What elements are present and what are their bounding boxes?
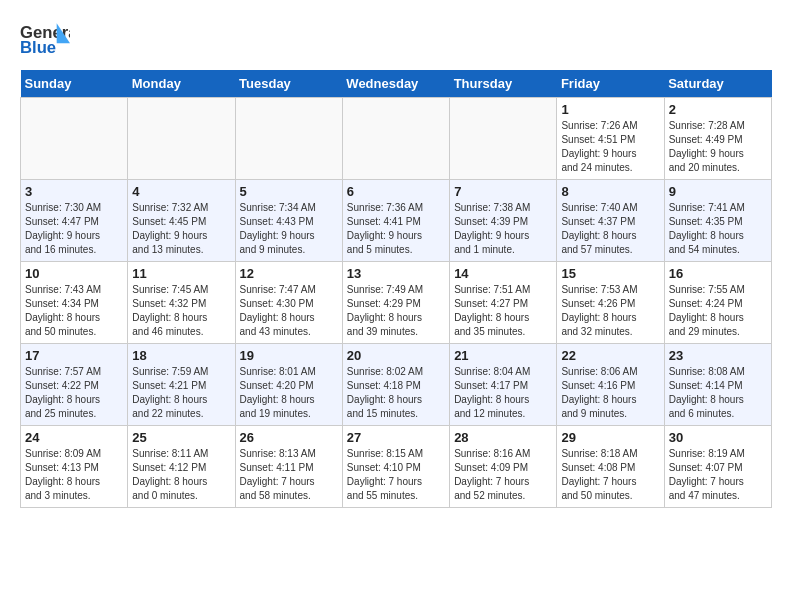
calendar-cell: 17Sunrise: 7:57 AM Sunset: 4:22 PM Dayli… <box>21 344 128 426</box>
weekday-header-wednesday: Wednesday <box>342 70 449 98</box>
day-info: Sunrise: 7:34 AM Sunset: 4:43 PM Dayligh… <box>240 201 338 257</box>
day-number: 1 <box>561 102 659 117</box>
calendar-cell <box>450 98 557 180</box>
week-row-1: 1Sunrise: 7:26 AM Sunset: 4:51 PM Daylig… <box>21 98 772 180</box>
calendar-cell: 7Sunrise: 7:38 AM Sunset: 4:39 PM Daylig… <box>450 180 557 262</box>
day-info: Sunrise: 7:53 AM Sunset: 4:26 PM Dayligh… <box>561 283 659 339</box>
calendar-cell: 6Sunrise: 7:36 AM Sunset: 4:41 PM Daylig… <box>342 180 449 262</box>
day-info: Sunrise: 8:13 AM Sunset: 4:11 PM Dayligh… <box>240 447 338 503</box>
day-info: Sunrise: 7:30 AM Sunset: 4:47 PM Dayligh… <box>25 201 123 257</box>
calendar-cell: 15Sunrise: 7:53 AM Sunset: 4:26 PM Dayli… <box>557 262 664 344</box>
day-info: Sunrise: 7:41 AM Sunset: 4:35 PM Dayligh… <box>669 201 767 257</box>
calendar-cell <box>21 98 128 180</box>
svg-text:Blue: Blue <box>20 38 56 57</box>
day-info: Sunrise: 8:11 AM Sunset: 4:12 PM Dayligh… <box>132 447 230 503</box>
week-row-5: 24Sunrise: 8:09 AM Sunset: 4:13 PM Dayli… <box>21 426 772 508</box>
day-info: Sunrise: 7:47 AM Sunset: 4:30 PM Dayligh… <box>240 283 338 339</box>
calendar-cell: 22Sunrise: 8:06 AM Sunset: 4:16 PM Dayli… <box>557 344 664 426</box>
calendar-cell: 4Sunrise: 7:32 AM Sunset: 4:45 PM Daylig… <box>128 180 235 262</box>
day-number: 7 <box>454 184 552 199</box>
day-info: Sunrise: 8:18 AM Sunset: 4:08 PM Dayligh… <box>561 447 659 503</box>
calendar-cell: 26Sunrise: 8:13 AM Sunset: 4:11 PM Dayli… <box>235 426 342 508</box>
day-number: 25 <box>132 430 230 445</box>
day-number: 4 <box>132 184 230 199</box>
day-info: Sunrise: 7:51 AM Sunset: 4:27 PM Dayligh… <box>454 283 552 339</box>
calendar-table: SundayMondayTuesdayWednesdayThursdayFrid… <box>20 70 772 508</box>
calendar-cell: 30Sunrise: 8:19 AM Sunset: 4:07 PM Dayli… <box>664 426 771 508</box>
day-info: Sunrise: 8:08 AM Sunset: 4:14 PM Dayligh… <box>669 365 767 421</box>
day-number: 28 <box>454 430 552 445</box>
day-number: 16 <box>669 266 767 281</box>
day-info: Sunrise: 7:55 AM Sunset: 4:24 PM Dayligh… <box>669 283 767 339</box>
calendar-cell: 16Sunrise: 7:55 AM Sunset: 4:24 PM Dayli… <box>664 262 771 344</box>
day-info: Sunrise: 8:15 AM Sunset: 4:10 PM Dayligh… <box>347 447 445 503</box>
calendar-cell: 12Sunrise: 7:47 AM Sunset: 4:30 PM Dayli… <box>235 262 342 344</box>
weekday-header-tuesday: Tuesday <box>235 70 342 98</box>
calendar-cell: 24Sunrise: 8:09 AM Sunset: 4:13 PM Dayli… <box>21 426 128 508</box>
calendar-cell: 23Sunrise: 8:08 AM Sunset: 4:14 PM Dayli… <box>664 344 771 426</box>
calendar-cell: 2Sunrise: 7:28 AM Sunset: 4:49 PM Daylig… <box>664 98 771 180</box>
day-number: 8 <box>561 184 659 199</box>
calendar-cell <box>342 98 449 180</box>
day-number: 11 <box>132 266 230 281</box>
calendar-cell <box>128 98 235 180</box>
weekday-header-saturday: Saturday <box>664 70 771 98</box>
day-number: 15 <box>561 266 659 281</box>
day-number: 9 <box>669 184 767 199</box>
calendar-cell: 3Sunrise: 7:30 AM Sunset: 4:47 PM Daylig… <box>21 180 128 262</box>
day-number: 26 <box>240 430 338 445</box>
day-number: 21 <box>454 348 552 363</box>
calendar-cell: 27Sunrise: 8:15 AM Sunset: 4:10 PM Dayli… <box>342 426 449 508</box>
week-row-3: 10Sunrise: 7:43 AM Sunset: 4:34 PM Dayli… <box>21 262 772 344</box>
calendar-cell: 29Sunrise: 8:18 AM Sunset: 4:08 PM Dayli… <box>557 426 664 508</box>
calendar-cell: 14Sunrise: 7:51 AM Sunset: 4:27 PM Dayli… <box>450 262 557 344</box>
weekday-header-friday: Friday <box>557 70 664 98</box>
day-info: Sunrise: 8:19 AM Sunset: 4:07 PM Dayligh… <box>669 447 767 503</box>
day-number: 5 <box>240 184 338 199</box>
day-number: 20 <box>347 348 445 363</box>
day-info: Sunrise: 7:32 AM Sunset: 4:45 PM Dayligh… <box>132 201 230 257</box>
day-info: Sunrise: 7:49 AM Sunset: 4:29 PM Dayligh… <box>347 283 445 339</box>
day-info: Sunrise: 7:45 AM Sunset: 4:32 PM Dayligh… <box>132 283 230 339</box>
day-number: 12 <box>240 266 338 281</box>
day-number: 2 <box>669 102 767 117</box>
day-number: 29 <box>561 430 659 445</box>
page-header: General Blue <box>20 20 772 60</box>
day-info: Sunrise: 7:36 AM Sunset: 4:41 PM Dayligh… <box>347 201 445 257</box>
day-info: Sunrise: 8:09 AM Sunset: 4:13 PM Dayligh… <box>25 447 123 503</box>
day-number: 14 <box>454 266 552 281</box>
calendar-cell: 20Sunrise: 8:02 AM Sunset: 4:18 PM Dayli… <box>342 344 449 426</box>
day-number: 24 <box>25 430 123 445</box>
day-info: Sunrise: 7:40 AM Sunset: 4:37 PM Dayligh… <box>561 201 659 257</box>
calendar-cell: 25Sunrise: 8:11 AM Sunset: 4:12 PM Dayli… <box>128 426 235 508</box>
week-row-2: 3Sunrise: 7:30 AM Sunset: 4:47 PM Daylig… <box>21 180 772 262</box>
calendar-cell: 18Sunrise: 7:59 AM Sunset: 4:21 PM Dayli… <box>128 344 235 426</box>
day-info: Sunrise: 7:57 AM Sunset: 4:22 PM Dayligh… <box>25 365 123 421</box>
calendar-cell: 28Sunrise: 8:16 AM Sunset: 4:09 PM Dayli… <box>450 426 557 508</box>
calendar-cell: 8Sunrise: 7:40 AM Sunset: 4:37 PM Daylig… <box>557 180 664 262</box>
day-number: 27 <box>347 430 445 445</box>
calendar-cell: 9Sunrise: 7:41 AM Sunset: 4:35 PM Daylig… <box>664 180 771 262</box>
calendar-cell: 1Sunrise: 7:26 AM Sunset: 4:51 PM Daylig… <box>557 98 664 180</box>
day-number: 23 <box>669 348 767 363</box>
day-number: 3 <box>25 184 123 199</box>
calendar-cell: 11Sunrise: 7:45 AM Sunset: 4:32 PM Dayli… <box>128 262 235 344</box>
day-number: 13 <box>347 266 445 281</box>
day-number: 17 <box>25 348 123 363</box>
calendar-cell <box>235 98 342 180</box>
day-info: Sunrise: 7:38 AM Sunset: 4:39 PM Dayligh… <box>454 201 552 257</box>
calendar-cell: 21Sunrise: 8:04 AM Sunset: 4:17 PM Dayli… <box>450 344 557 426</box>
day-info: Sunrise: 7:26 AM Sunset: 4:51 PM Dayligh… <box>561 119 659 175</box>
week-row-4: 17Sunrise: 7:57 AM Sunset: 4:22 PM Dayli… <box>21 344 772 426</box>
day-number: 18 <box>132 348 230 363</box>
weekday-header-monday: Monday <box>128 70 235 98</box>
day-number: 6 <box>347 184 445 199</box>
calendar-cell: 19Sunrise: 8:01 AM Sunset: 4:20 PM Dayli… <box>235 344 342 426</box>
day-number: 19 <box>240 348 338 363</box>
day-info: Sunrise: 8:02 AM Sunset: 4:18 PM Dayligh… <box>347 365 445 421</box>
logo-icon: General Blue <box>20 20 70 60</box>
day-number: 10 <box>25 266 123 281</box>
calendar-cell: 5Sunrise: 7:34 AM Sunset: 4:43 PM Daylig… <box>235 180 342 262</box>
day-info: Sunrise: 8:04 AM Sunset: 4:17 PM Dayligh… <box>454 365 552 421</box>
logo: General Blue <box>20 20 74 60</box>
